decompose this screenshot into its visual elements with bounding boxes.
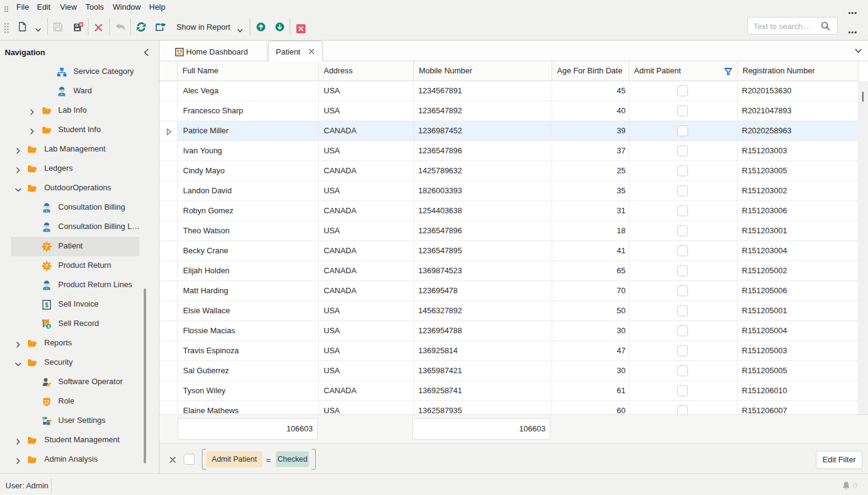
svg-text:?: ?	[45, 263, 48, 269]
svg-text:$: $	[45, 302, 48, 308]
svg-text:?: ?	[45, 244, 48, 250]
